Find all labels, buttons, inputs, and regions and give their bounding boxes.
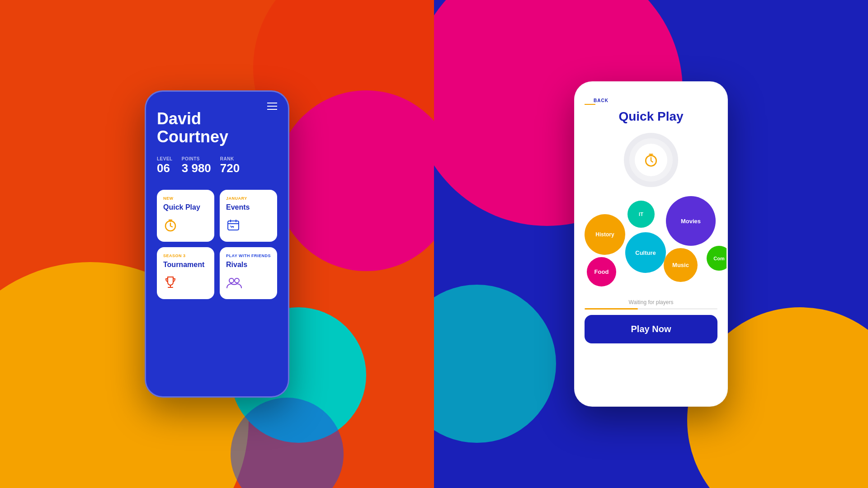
menu-line-1 (267, 103, 277, 103)
stat-points-value: 3 980 (182, 161, 211, 175)
timer-circle-inner (635, 144, 667, 176)
stat-points: Points 3 980 (182, 156, 211, 175)
card-tournament-tag: SEASON 3 (163, 253, 208, 258)
back-area: BACK (576, 83, 726, 105)
timer-display (624, 133, 678, 187)
bubble-movies[interactable]: Movies (666, 196, 716, 246)
phone-left: David Courtney Level 06 Points 3 980 Ran… (145, 90, 289, 398)
card-quick-play-tag: NEW (163, 196, 208, 201)
back-button[interactable]: BACK (585, 91, 717, 103)
stat-rank-value: 720 (220, 161, 240, 175)
trophy-icon (163, 275, 208, 293)
card-rivals-title: Rivals (226, 261, 271, 269)
quick-play-title: Quick Play (576, 109, 726, 124)
menu-line-3 (267, 109, 277, 110)
user-name: David Courtney (157, 110, 277, 145)
calendar-icon (226, 218, 271, 235)
stat-level: Level 06 (157, 156, 173, 175)
bubble-music[interactable]: Music (664, 248, 698, 282)
bubble-culture[interactable]: Culture (625, 232, 666, 273)
card-tournament[interactable]: SEASON 3 Tournament (157, 247, 214, 299)
left-panel: David Courtney Level 06 Points 3 980 Ran… (0, 0, 434, 488)
menu-line-2 (267, 106, 277, 107)
cards-grid: NEW Quick Play JANUARY Events (157, 190, 277, 299)
stat-rank: Rank 720 (220, 156, 240, 175)
bubble-food[interactable]: Food (587, 257, 616, 286)
bubble-history[interactable]: History (585, 214, 625, 255)
card-quick-play-title: Quick Play (163, 203, 208, 211)
svg-point-4 (235, 278, 239, 283)
waiting-bar-fill (585, 308, 638, 310)
back-underline (585, 104, 595, 105)
stat-points-label: Points (182, 156, 211, 161)
phone-right-inner: BACK Quick Play (576, 83, 726, 405)
stats-row: Level 06 Points 3 980 Rank 720 (157, 156, 277, 175)
stat-rank-label: Rank (220, 156, 240, 161)
stat-level-value: 06 (157, 161, 173, 175)
card-rivals-tag: PLAY WITH FRIENDS (226, 253, 271, 258)
menu-button[interactable] (267, 103, 277, 110)
stat-level-label: Level (157, 156, 173, 161)
stopwatch-icon (163, 218, 208, 235)
phone-right: BACK Quick Play (574, 81, 728, 407)
bubbles-area: History IT Movies Culture Music Food (576, 196, 726, 296)
right-blob-3 (434, 285, 556, 443)
card-rivals[interactable]: PLAY WITH FRIENDS Rivals (220, 247, 277, 299)
timer-icon (643, 152, 659, 168)
card-events-title: Events (226, 203, 271, 211)
bubble-it[interactable]: IT (627, 201, 655, 228)
right-panel: BACK Quick Play (434, 0, 868, 488)
phone-left-inner: David Courtney Level 06 Points 3 980 Ran… (146, 92, 288, 396)
play-now-button[interactable]: Play Now (585, 315, 717, 343)
svg-rect-1 (228, 221, 239, 230)
card-tournament-title: Tournament (163, 261, 208, 269)
waiting-bar-background (585, 308, 717, 310)
bubble-com[interactable]: Com (707, 246, 728, 271)
card-events-tag: JANUARY (226, 196, 271, 201)
svg-point-2 (233, 226, 234, 228)
timer-area (576, 124, 726, 196)
card-quick-play[interactable]: NEW Quick Play (157, 190, 214, 242)
waiting-area: Waiting for players (576, 299, 726, 310)
card-events[interactable]: JANUARY Events (220, 190, 277, 242)
svg-point-3 (229, 278, 234, 283)
waiting-text: Waiting for players (629, 299, 674, 305)
friends-icon (226, 275, 271, 293)
